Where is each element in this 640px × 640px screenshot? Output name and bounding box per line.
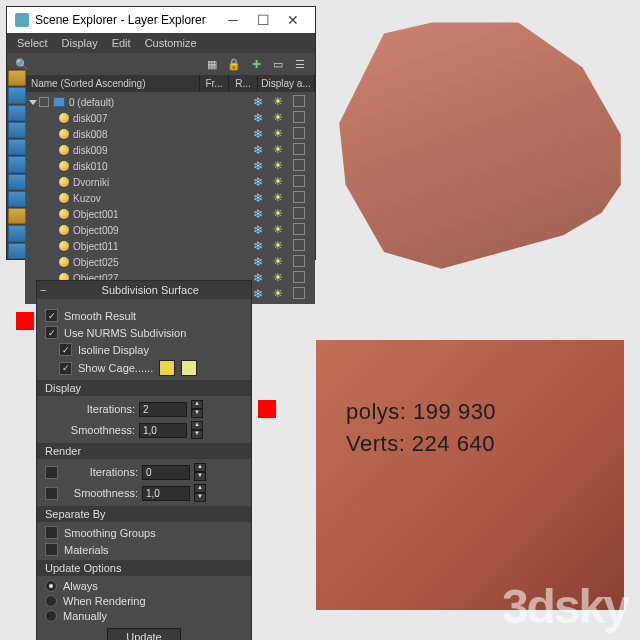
display-icon[interactable] — [293, 175, 305, 187]
smoothness-spinner[interactable]: Smoothness:1,0▲▼ — [61, 421, 243, 439]
expand-icon[interactable] — [29, 100, 37, 105]
lb-11[interactable] — [8, 243, 26, 259]
lb-7[interactable] — [8, 174, 26, 190]
lb-3[interactable] — [8, 105, 26, 121]
titlebar[interactable]: Scene Explorer - Layer Explorer ─ ☐ ✕ — [7, 7, 315, 33]
tree-item[interactable]: Kuzov❄☀ — [25, 190, 315, 206]
menu-customize[interactable]: Customize — [145, 37, 197, 49]
layer-tree[interactable]: 0 (default) ❄☀ disk007❄☀disk008❄☀disk009… — [25, 92, 315, 304]
smoothing-groups-checkbox[interactable]: Smoothing Groups — [45, 526, 243, 539]
display-icon[interactable] — [293, 287, 305, 299]
freeze-icon[interactable]: ❄ — [253, 271, 263, 285]
spin-up-icon[interactable]: ▲ — [191, 400, 203, 409]
tree-item[interactable]: Object025❄☀ — [25, 254, 315, 270]
tree-item[interactable]: disk007❄☀ — [25, 110, 315, 126]
display-icon[interactable] — [293, 271, 305, 283]
menu-display[interactable]: Display — [62, 37, 98, 49]
maximize-button[interactable]: ☐ — [249, 11, 277, 29]
lb-4[interactable] — [8, 122, 26, 138]
close-button[interactable]: ✕ — [279, 11, 307, 29]
freeze-icon[interactable]: ❄ — [253, 95, 263, 109]
cage-color-2[interactable] — [181, 360, 197, 376]
render-smooth-spinner[interactable]: Smoothness:1,0▲▼ — [61, 484, 243, 502]
display-icon[interactable] — [293, 111, 305, 123]
bulb-icon[interactable]: ☀ — [273, 207, 283, 221]
isoline-checkbox[interactable]: Isoline Display — [59, 343, 243, 356]
menu-select[interactable]: Select — [17, 37, 48, 49]
tree-item[interactable]: Object001❄☀ — [25, 206, 315, 222]
tree-item[interactable]: Object011❄☀ — [25, 238, 315, 254]
display-icon[interactable] — [293, 255, 305, 267]
render-iter-spinner[interactable]: Iterations:0▲▼ — [61, 463, 243, 481]
display-icon[interactable] — [293, 127, 305, 139]
view-icon[interactable]: ▦ — [203, 56, 221, 72]
lb-9[interactable] — [8, 208, 26, 224]
freeze-icon[interactable]: ❄ — [253, 127, 263, 141]
spin-down-icon[interactable]: ▼ — [191, 409, 203, 418]
col-display[interactable]: Display a... — [258, 75, 315, 92]
lb-8[interactable] — [8, 191, 26, 207]
lock-icon[interactable]: 🔒 — [225, 56, 243, 72]
display-icon[interactable] — [293, 159, 305, 171]
bulb-icon[interactable]: ☀ — [273, 111, 283, 125]
show-cage-checkbox[interactable]: Show Cage...... — [59, 360, 243, 376]
col-frozen[interactable]: Fr... — [200, 75, 229, 92]
tree-item[interactable]: disk009❄☀ — [25, 142, 315, 158]
bulb-icon[interactable]: ☀ — [273, 127, 283, 141]
freeze-icon[interactable]: ❄ — [253, 159, 263, 173]
always-radio[interactable]: Always — [45, 580, 243, 592]
bulb-icon[interactable]: ☀ — [273, 223, 283, 237]
panel-header[interactable]: − Subdivision Surface — [37, 281, 251, 299]
update-button[interactable]: Update — [107, 628, 180, 640]
checkbox-icon[interactable] — [39, 97, 49, 107]
display-icon[interactable] — [293, 223, 305, 235]
tree-item[interactable]: Dvorniki❄☀ — [25, 174, 315, 190]
tree-item[interactable]: disk010❄☀ — [25, 158, 315, 174]
freeze-icon[interactable]: ❄ — [253, 191, 263, 205]
bulb-icon[interactable]: ☀ — [273, 287, 283, 301]
display-icon[interactable] — [293, 95, 305, 107]
smooth-result-checkbox[interactable]: Smooth Result — [45, 309, 243, 322]
display-icon[interactable] — [293, 239, 305, 251]
bulb-icon[interactable]: ☀ — [273, 159, 283, 173]
nurms-checkbox[interactable]: Use NURMS Subdivision — [45, 326, 243, 339]
add-icon[interactable]: ✚ — [247, 56, 265, 72]
materials-checkbox[interactable]: Materials — [45, 543, 243, 556]
manually-radio[interactable]: Manually — [45, 610, 243, 622]
tree-item[interactable]: Object009❄☀ — [25, 222, 315, 238]
menu-edit[interactable]: Edit — [112, 37, 131, 49]
display-icon[interactable] — [293, 191, 305, 203]
bulb-icon[interactable]: ☀ — [273, 175, 283, 189]
filter-icon[interactable]: ☰ — [291, 56, 309, 72]
freeze-icon[interactable]: ❄ — [253, 207, 263, 221]
freeze-icon[interactable]: ❄ — [253, 287, 263, 301]
when-rendering-radio[interactable]: When Rendering — [45, 595, 243, 607]
col-render[interactable]: R... — [229, 75, 258, 92]
column-headers[interactable]: Name (Sorted Ascending) Fr... R... Displ… — [7, 75, 315, 92]
bulb-icon[interactable]: ☀ — [273, 95, 283, 109]
lb-2[interactable] — [8, 87, 26, 103]
bulb-icon[interactable]: ☀ — [273, 143, 283, 157]
bulb-icon[interactable]: ☀ — [273, 255, 283, 269]
iterations-spinner[interactable]: Iterations:2▲▼ — [61, 400, 243, 418]
tree-item[interactable]: disk008❄☀ — [25, 126, 315, 142]
layer-root[interactable]: 0 (default) ❄☀ — [25, 94, 315, 110]
freeze-icon[interactable]: ❄ — [253, 239, 263, 253]
col-name[interactable]: Name (Sorted Ascending) — [7, 75, 200, 92]
collapse-icon[interactable]: − — [40, 284, 46, 296]
bulb-icon[interactable]: ☀ — [273, 191, 283, 205]
bulb-icon[interactable]: ☀ — [273, 239, 283, 253]
layer-icon[interactable]: ▭ — [269, 56, 287, 72]
lb-5[interactable] — [8, 139, 26, 155]
display-icon[interactable] — [293, 207, 305, 219]
display-icon[interactable] — [293, 143, 305, 155]
cage-color-1[interactable] — [159, 360, 175, 376]
bulb-icon[interactable]: ☀ — [273, 271, 283, 285]
lb-10[interactable] — [8, 225, 26, 241]
lb-1[interactable] — [8, 70, 26, 86]
lb-6[interactable] — [8, 156, 26, 172]
freeze-icon[interactable]: ❄ — [253, 111, 263, 125]
freeze-icon[interactable]: ❄ — [253, 143, 263, 157]
freeze-icon[interactable]: ❄ — [253, 255, 263, 269]
freeze-icon[interactable]: ❄ — [253, 223, 263, 237]
